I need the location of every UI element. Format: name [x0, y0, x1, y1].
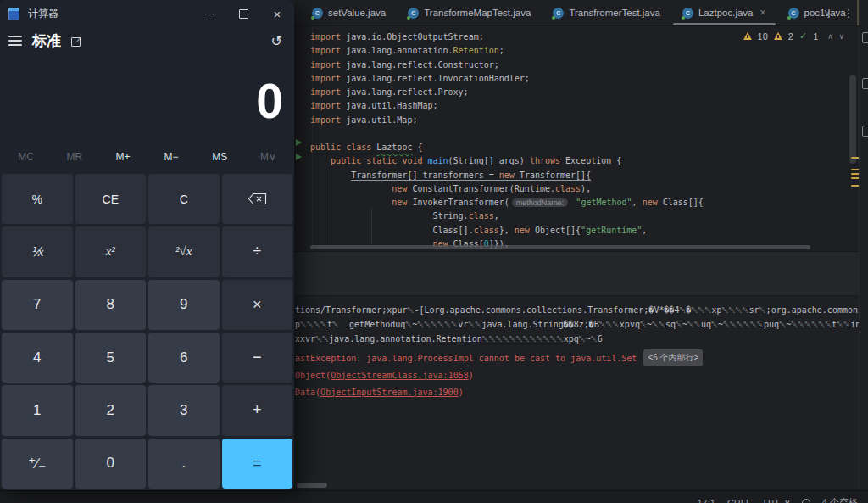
console-text: ) — [459, 388, 464, 397]
key-six[interactable]: 6 — [148, 333, 220, 383]
stacktrace-link[interactable]: ObjectInputStream.java:1900 — [320, 388, 459, 397]
console-output: tions/Transformer;xpur␀-[Lorg.apache.com… — [295, 303, 860, 401]
key-clear[interactable]: C — [148, 174, 220, 224]
run-class-arrow-icon[interactable] — [296, 139, 302, 146]
close-button[interactable]: × — [260, 0, 294, 27]
key-subtract[interactable]: − — [222, 333, 293, 383]
memory-recall-button[interactable]: MR — [50, 146, 98, 168]
memory-add-button[interactable]: M+ — [98, 146, 147, 168]
memory-store-button[interactable]: MS — [196, 146, 244, 168]
tab-setValue.java[interactable]: CsetValue.java — [301, 0, 397, 25]
tab-label: Laztpoc.java — [698, 8, 754, 18]
key-add[interactable]: + — [222, 385, 293, 435]
key-square[interactable]: x² — [75, 226, 147, 277]
calculator-display: 0 — [0, 54, 294, 126]
code-line: new ConstantTransformer(Runtime.class), — [310, 182, 704, 196]
tool-window-icon[interactable] — [862, 78, 868, 89]
class-icon: C — [788, 8, 799, 19]
key-multiply[interactable]: × — [222, 280, 293, 330]
indent-setting[interactable]: 4 个空格 — [822, 496, 858, 503]
run-main-arrow-icon[interactable] — [296, 154, 302, 160]
key-reciprocal[interactable]: ⅟x — [2, 226, 73, 277]
key-square-root[interactable]: ²√x — [148, 226, 220, 277]
memory-clear-button[interactable]: MC — [2, 146, 50, 168]
maximize-button[interactable] — [226, 0, 260, 27]
calculator-titlebar[interactable]: 计算器 × — [0, 0, 294, 27]
tool-window-icon[interactable] — [862, 126, 868, 137]
stacktrace-link[interactable]: ObjectStreamClass.java:1058 — [331, 371, 469, 380]
key-three[interactable]: 3 — [148, 385, 220, 435]
class-icon: C — [312, 8, 323, 19]
key-nine[interactable]: 9 — [148, 280, 220, 330]
key-divide[interactable]: ÷ — [222, 226, 293, 277]
code-line: import java.lang.reflect.InvocationHandl… — [310, 72, 704, 86]
chevron-down-icon[interactable]: ∨ — [818, 0, 837, 25]
memory-flyout-button[interactable]: M∨ — [244, 146, 292, 168]
key-zero[interactable]: 0 — [75, 439, 147, 489]
key-eight[interactable]: 8 — [75, 280, 147, 330]
check-icon: ✓ — [799, 31, 807, 42]
code-line: import java.io.ObjectOutputStream; — [310, 31, 704, 44]
tab-TransformeMapTest.java[interactable]: CTransformeMapTest.java — [397, 0, 542, 25]
lock-icon[interactable] — [802, 499, 810, 503]
file-encoding[interactable]: UTF-8 — [764, 498, 790, 503]
tab-close-icon[interactable]: × — [760, 7, 765, 19]
key-one[interactable]: 1 — [2, 385, 73, 435]
mode-title[interactable]: 标准 — [32, 31, 61, 51]
code-line: Transformer[] transformers = new Transfo… — [310, 169, 704, 182]
right-tool-stripe — [859, 0, 868, 490]
key-negate[interactable]: ⁺∕₋ — [2, 439, 73, 489]
calculator-keypad: %CEC⅟xx²²√x÷789×456−123+⁺∕₋0.= — [2, 174, 292, 489]
key-four[interactable]: 4 — [2, 333, 73, 383]
minimize-button[interactable] — [192, 0, 226, 27]
class-icon: C — [408, 8, 419, 19]
caret-position[interactable]: 17:1 — [697, 498, 715, 503]
console-text: ) — [469, 371, 474, 380]
console-scrollbar[interactable] — [297, 483, 327, 488]
calculator-app-icon — [8, 8, 19, 20]
status-bar: 17:1 CRLF UTF-8 4 个空格 — [0, 490, 868, 503]
console-line: Object(ObjectStreamClass.java:1058) — [295, 367, 860, 384]
editor-tabs: CsetValue.javaCTransformeMapTest.javaCTr… — [301, 0, 868, 25]
history-icon[interactable]: ↺ — [271, 33, 282, 49]
warning-triangle-icon — [774, 32, 782, 40]
inspections-widget[interactable]: 10 2 ✓ 1 ∧ ∨ — [743, 31, 846, 42]
tool-window-icon[interactable] — [862, 32, 868, 43]
line-separator[interactable]: CRLF — [727, 498, 752, 503]
code-line: import java.util.Map; — [310, 114, 704, 127]
key-equals[interactable]: = — [222, 439, 293, 489]
tab-Laztpoc.java[interactable]: CLaztpoc.java× — [671, 0, 777, 25]
code-line: import java.lang.annotation.Retention; — [310, 44, 704, 58]
code-line: import java.lang.reflect.Proxy; — [310, 86, 704, 99]
maximize-icon — [239, 9, 248, 19]
key-five[interactable]: 5 — [75, 333, 147, 383]
key-backspace[interactable] — [222, 174, 293, 224]
key-seven[interactable]: 7 — [2, 280, 73, 330]
display-value: 0 — [256, 77, 283, 126]
vertical-scrollbar[interactable] — [849, 75, 856, 164]
tab-label: setValue.java — [328, 8, 386, 18]
key-decimal[interactable]: . — [148, 439, 220, 489]
key-percent[interactable]: % — [2, 174, 73, 224]
code-line: public static void main(String[] args) t… — [310, 154, 704, 168]
console-text: Data( — [295, 388, 320, 397]
error-count: 10 — [758, 31, 768, 42]
tab-label: TransfromerTest.java — [569, 8, 660, 18]
horizontal-scrollbar[interactable] — [310, 245, 810, 249]
console-text: p␀␀␀␀t␀ getMethoduq␀~␀␀␀␀␀␀vr␀␀java.lang… — [295, 320, 860, 329]
tab-label: TransformeMapTest.java — [424, 8, 531, 18]
tab-options-kebab-icon[interactable]: ⋮ — [842, 0, 855, 25]
code-line: import java.lang.reflect.Constructor; — [310, 59, 704, 72]
backspace-icon — [248, 193, 267, 205]
keep-on-top-icon[interactable]: ↗ — [71, 36, 82, 47]
hamburger-menu-icon[interactable] — [8, 36, 22, 46]
code-lines: import java.io.ObjectOutputStream;import… — [310, 31, 704, 251]
memory-subtract-button[interactable]: M− — [147, 146, 196, 168]
key-clear-entry[interactable]: CE — [75, 174, 147, 224]
console-line: astException: java.lang.ProcessImpl cann… — [295, 350, 860, 367]
warning-count: 2 — [788, 31, 793, 42]
key-two[interactable]: 2 — [75, 385, 147, 435]
tab-TransfromerTest.java[interactable]: CTransfromerTest.java — [542, 0, 671, 25]
folded-lines-badge[interactable]: <6 个内部行> — [643, 349, 703, 366]
prev-next-chevrons-icon[interactable]: ∧ ∨ — [827, 32, 846, 41]
